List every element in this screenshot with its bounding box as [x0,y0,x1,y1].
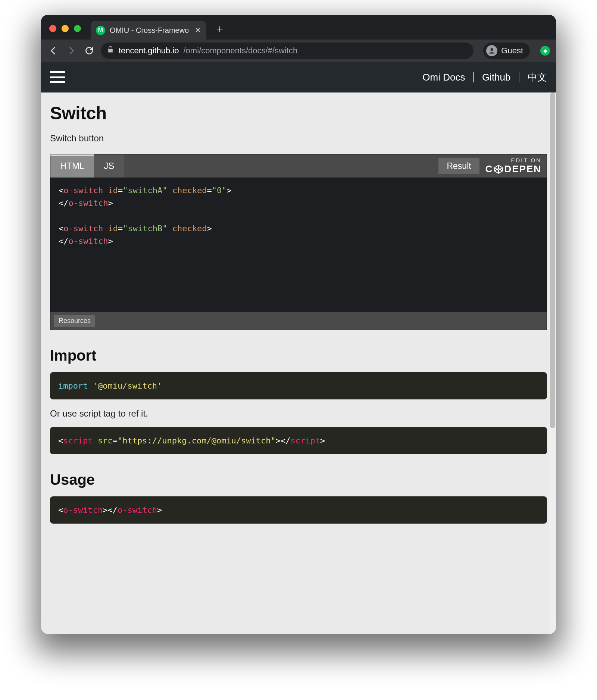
code-token: checked [172,186,207,195]
nav-chinese-link[interactable]: 中文 [528,71,547,84]
import-code[interactable]: import '@omiu/switch' [50,372,547,399]
code-token: > [276,436,281,445]
usage-code[interactable]: <o-switch></o-switch> [50,496,547,524]
code-token [167,186,172,195]
code-token: </ [107,505,118,515]
menu-icon[interactable] [50,71,65,83]
profile-label: Guest [501,46,523,56]
codepen-logo-text: C [485,163,493,175]
code-token [167,224,172,233]
code-token: '@omiu/switch' [93,381,162,390]
lock-icon [107,46,114,56]
scrollbar-thumb[interactable] [550,92,555,428]
codepen-code[interactable]: <o-switch id="switchA" checked="0"> </o-… [50,178,547,312]
code-token: o-switch [63,505,103,515]
codepen-footer: Resources [50,312,547,330]
code-token: "switchB" [123,224,167,233]
codepen-tab-js[interactable]: JS [94,154,124,178]
code-token [88,381,93,390]
forward-button[interactable] [65,44,78,57]
codepen-resources-button[interactable]: Resources [54,315,95,327]
code-token [103,186,108,195]
site-nav: Omi Docs Github 中文 [422,71,547,84]
code-token [93,436,98,445]
code-token: src [98,436,113,445]
code-token: > [157,505,162,515]
nav-docs-link[interactable]: Omi Docs [422,72,465,83]
page-content: Switch Switch button HTML JS Result EDIT… [41,92,556,539]
code-token: </ [59,198,69,208]
code-token: "switchA" [123,186,167,195]
code-token: o-switch [118,505,157,515]
code-token: = [207,186,212,195]
code-token: import [58,381,88,390]
code-token: checked [172,224,207,233]
window-controls [41,25,88,40]
code-token: o-switch [63,186,103,195]
code-token: > [108,236,113,246]
code-token: script [291,436,320,445]
codepen-logo-icon [494,164,503,174]
code-token: = [113,436,118,445]
profile-chip[interactable]: Guest [483,43,530,59]
codepen-tab-html[interactable]: HTML [50,154,94,178]
window-minimize-button[interactable] [62,25,69,32]
code-token [103,224,108,233]
nav-divider [519,72,520,82]
extension-button[interactable]: ◆ [540,46,550,56]
code-token: = [118,224,123,233]
code-token: script [63,436,93,445]
code-token: </ [281,436,291,445]
script-code[interactable]: <script src="https://unpkg.com/@omiu/swi… [50,427,547,454]
code-token: o-switch [69,198,108,208]
window-zoom-button[interactable] [74,25,81,32]
tab-favicon: M [96,26,105,35]
url-path: /omi/components/docs/#/switch [183,46,297,56]
browser-window: M OMIU - Cross-Frameworks UI F ✕ ＋ tence… [41,15,556,634]
code-token: > [108,198,113,208]
codepen-logo-text: DEPEN [504,163,541,175]
codepen-brand[interactable]: EDIT ON C DEPEN [485,157,541,175]
code-token: id [108,186,118,195]
page-viewport: Omi Docs Github 中文 Switch Switch button … [41,62,556,634]
close-tab-icon[interactable]: ✕ [193,26,201,35]
code-token: o-switch [63,224,103,233]
svg-point-0 [491,48,493,51]
url-host: tencent.github.io [119,46,179,56]
or-text: Or use script tag to ref it. [50,408,547,419]
nav-divider [473,72,474,82]
code-token: > [320,436,325,445]
code-token: o-switch [69,236,108,246]
page-title: Switch [50,103,547,123]
import-heading: Import [50,347,547,364]
code-token: < [59,224,63,233]
browser-tab[interactable]: M OMIU - Cross-Frameworks UI F ✕ [91,21,206,40]
code-token: < [58,505,63,515]
code-token: > [207,224,212,233]
vertical-scrollbar[interactable] [549,92,556,634]
code-token: </ [59,236,69,246]
code-token: id [108,224,118,233]
code-token: = [118,186,123,195]
page-subtitle: Switch button [50,133,547,144]
tab-title: OMIU - Cross-Frameworks UI F [110,26,189,35]
avatar-icon [486,45,497,56]
nav-github-link[interactable]: Github [482,72,511,83]
back-button[interactable] [47,44,60,57]
reload-button[interactable] [83,44,96,57]
site-header: Omi Docs Github 中文 [41,62,556,92]
codepen-embed: HTML JS Result EDIT ON C DEPEN [50,154,547,330]
usage-heading: Usage [50,471,547,488]
code-token: "https://unpkg.com/@omiu/switch" [118,436,276,445]
address-bar[interactable]: tencent.github.io/omi/components/docs/#/… [101,43,473,59]
codepen-logo: C DEPEN [485,163,541,175]
window-close-button[interactable] [49,25,56,32]
code-token: > [226,186,231,195]
code-token: > [103,505,107,515]
codepen-result-button[interactable]: Result [438,158,479,174]
code-token: "0" [212,186,227,195]
codepen-header: HTML JS Result EDIT ON C DEPEN [50,154,547,178]
browser-toolbar: tencent.github.io/omi/components/docs/#/… [41,40,556,62]
new-tab-button[interactable]: ＋ [206,22,225,40]
codepen-tabs: HTML JS [50,154,124,178]
